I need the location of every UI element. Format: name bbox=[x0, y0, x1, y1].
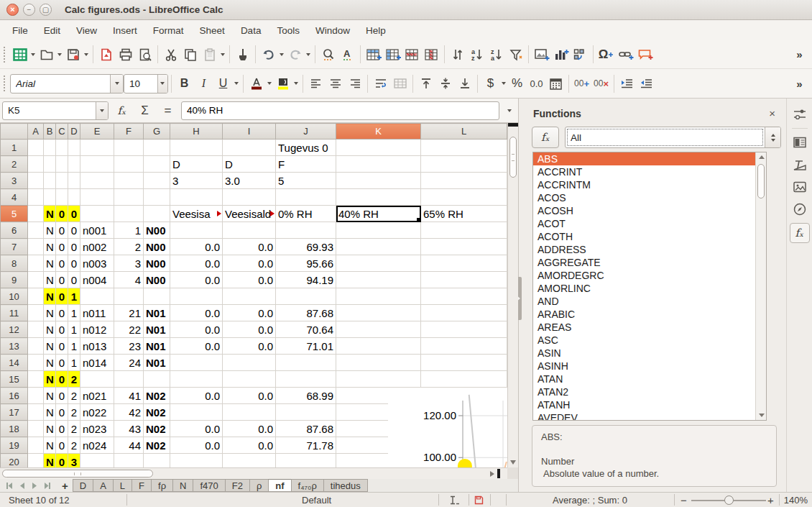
cell-I8[interactable]: 0.0 bbox=[223, 255, 276, 272]
cell-I4[interactable] bbox=[223, 189, 276, 206]
sheet-tab-tihedus[interactable]: tihedus bbox=[323, 479, 368, 492]
cell-C13[interactable]: 0 bbox=[56, 338, 68, 355]
cell-I15[interactable] bbox=[223, 371, 276, 388]
cell-B15[interactable]: N bbox=[44, 371, 56, 388]
print-preview-button[interactable] bbox=[135, 45, 154, 65]
function-item-accrintm[interactable]: ACCRINTM bbox=[533, 178, 766, 191]
cell-G20[interactable] bbox=[144, 454, 170, 468]
cell-F7[interactable]: 2 bbox=[114, 239, 144, 255]
cell-A18[interactable] bbox=[28, 421, 44, 437]
cell-J2[interactable]: F bbox=[276, 156, 336, 173]
align-vertical-center-button[interactable] bbox=[435, 73, 455, 93]
cell-A16[interactable] bbox=[28, 388, 44, 404]
cell-A10[interactable] bbox=[28, 288, 44, 305]
cell-H20[interactable] bbox=[170, 454, 223, 468]
toolbar-overflow-button[interactable]: » bbox=[790, 45, 809, 65]
font-color-button[interactable] bbox=[246, 73, 266, 93]
cell-J10[interactable] bbox=[276, 288, 336, 305]
cell-B13[interactable]: N bbox=[44, 338, 56, 355]
copy-button[interactable] bbox=[180, 45, 200, 65]
cell-F20[interactable] bbox=[114, 454, 144, 468]
function-wizard-button[interactable]: fₓ bbox=[532, 127, 559, 148]
vertical-scrollbar[interactable] bbox=[507, 123, 518, 467]
cell-A19[interactable] bbox=[28, 437, 44, 454]
cell-F3[interactable] bbox=[114, 173, 144, 189]
cell-H5[interactable]: Veesisa bbox=[170, 206, 223, 222]
cell-B3[interactable] bbox=[44, 173, 56, 189]
cell-A4[interactable] bbox=[28, 189, 44, 206]
cell-C16[interactable]: 0 bbox=[56, 388, 68, 404]
cell-G2[interactable] bbox=[144, 156, 170, 173]
delete-row-button[interactable] bbox=[402, 45, 422, 65]
cell-L3[interactable] bbox=[421, 173, 507, 189]
cell-F11[interactable]: 21 bbox=[114, 305, 144, 321]
first-sheet-button[interactable] bbox=[6, 483, 13, 489]
cell-E15[interactable] bbox=[80, 371, 114, 388]
cell-G15[interactable] bbox=[144, 371, 170, 388]
cell-J13[interactable]: 71.01 bbox=[276, 338, 336, 355]
cell-J3[interactable]: 5 bbox=[276, 173, 336, 189]
cell-A5[interactable] bbox=[28, 206, 44, 222]
sidebar-fontwork-tab[interactable] bbox=[791, 156, 808, 173]
redo-dropdown[interactable] bbox=[306, 53, 310, 56]
cell-G14[interactable]: N01 bbox=[144, 355, 170, 371]
cell-C14[interactable]: 0 bbox=[56, 355, 68, 371]
cell-I1[interactable] bbox=[223, 140, 276, 156]
cell-B19[interactable]: N bbox=[44, 437, 56, 454]
cell-B8[interactable]: N bbox=[44, 255, 56, 272]
cell-L2[interactable] bbox=[421, 156, 507, 173]
function-item-address[interactable]: ADDRESS bbox=[533, 243, 766, 256]
cell-K9[interactable] bbox=[336, 272, 421, 288]
function-item-asc[interactable]: ASC bbox=[533, 334, 766, 347]
cell-E9[interactable]: n004 bbox=[80, 272, 114, 288]
name-box-dropdown[interactable] bbox=[96, 102, 108, 119]
menu-help[interactable]: Help bbox=[358, 22, 394, 40]
cell-A11[interactable] bbox=[28, 305, 44, 321]
function-item-abs[interactable]: ABS bbox=[533, 152, 766, 165]
column-header-I[interactable]: I bbox=[223, 124, 276, 140]
row-header-6[interactable]: 6 bbox=[1, 222, 28, 239]
cell-D14[interactable]: 1 bbox=[68, 355, 80, 371]
sheet-tab-fρ[interactable]: fρ bbox=[151, 479, 173, 492]
cell-D11[interactable]: 1 bbox=[68, 305, 80, 321]
underline-button[interactable]: U bbox=[213, 73, 233, 93]
cell-A12[interactable] bbox=[28, 321, 44, 338]
average-sum-status[interactable]: Average: ; Sum: 0 bbox=[506, 495, 674, 506]
cell-D12[interactable]: 1 bbox=[68, 321, 80, 338]
cell-C1[interactable] bbox=[56, 140, 68, 156]
formula-input[interactable] bbox=[182, 102, 499, 119]
function-item-and[interactable]: AND bbox=[533, 295, 766, 308]
cell-C8[interactable]: 0 bbox=[56, 255, 68, 272]
add-decimal-button[interactable]: 00 + bbox=[572, 73, 591, 93]
column-header-B[interactable]: B bbox=[44, 124, 56, 140]
function-item-asin[interactable]: ASIN bbox=[533, 347, 766, 360]
cell-F15[interactable] bbox=[114, 371, 144, 388]
cell-F1[interactable] bbox=[114, 140, 144, 156]
sheet-number-status[interactable]: Sheet 10 of 12 bbox=[9, 495, 70, 506]
sort-button[interactable] bbox=[448, 45, 467, 65]
sort-ascending-button[interactable]: az bbox=[467, 45, 486, 65]
cell-B9[interactable]: N bbox=[44, 272, 56, 288]
cell-D9[interactable]: 0 bbox=[68, 272, 80, 288]
cell-E1[interactable] bbox=[80, 140, 114, 156]
cell-I20[interactable] bbox=[223, 454, 276, 468]
cell-I12[interactable]: 0.0 bbox=[223, 321, 276, 338]
cell-D13[interactable]: 1 bbox=[68, 338, 80, 355]
menu-edit[interactable]: Edit bbox=[36, 22, 68, 40]
cell-A15[interactable] bbox=[28, 371, 44, 388]
cell-C2[interactable] bbox=[56, 156, 68, 173]
select-all-corner[interactable] bbox=[1, 124, 28, 140]
sheet-tab-ρ[interactable]: ρ bbox=[249, 479, 269, 492]
cell-A20[interactable] bbox=[28, 454, 44, 468]
cell-J5[interactable]: 0% RH bbox=[276, 206, 336, 222]
cell-G12[interactable]: N01 bbox=[144, 321, 170, 338]
cell-K3[interactable] bbox=[336, 173, 421, 189]
insert-pivot-table-button[interactable] bbox=[571, 45, 590, 65]
cell-F16[interactable]: 41 bbox=[114, 388, 144, 404]
cell-G11[interactable]: N01 bbox=[144, 305, 170, 321]
sidebar-functions-tab[interactable]: fₓ bbox=[790, 223, 810, 243]
save-button[interactable] bbox=[63, 45, 83, 65]
cell-H18[interactable]: 0.0 bbox=[170, 421, 223, 437]
cell-L8[interactable] bbox=[421, 255, 507, 272]
cell-I3[interactable]: 3.0 bbox=[223, 173, 276, 189]
